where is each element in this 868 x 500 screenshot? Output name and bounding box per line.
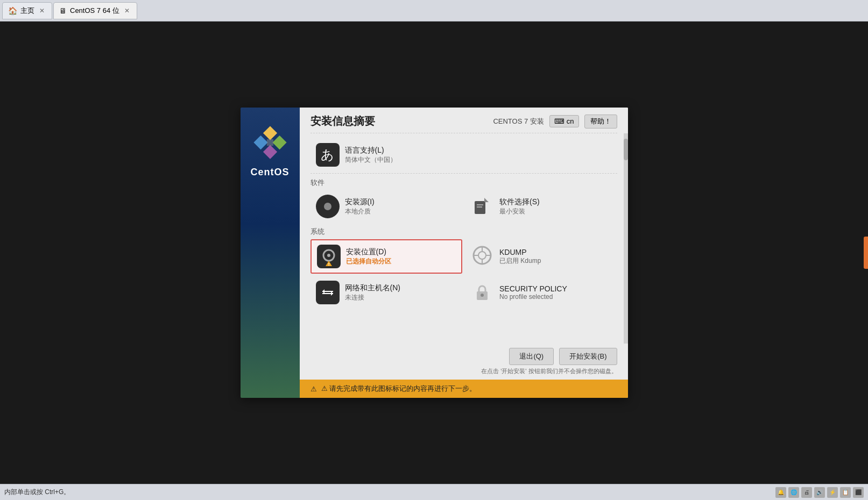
scrollbar-thumb[interactable]	[624, 139, 628, 160]
item-software-selection[interactable]: 软件选择(S) 最小安装	[465, 190, 617, 223]
install-dest-title: 安装位置(D)	[346, 247, 456, 257]
svg-text:!: !	[328, 262, 329, 267]
software-grid: 安装源(I) 本地介质	[310, 190, 617, 223]
taskbar-top: 🏠 主页 ✕ 🖥 CentOS 7 64 位 ✕	[0, 0, 868, 22]
tab-home-label: 主页	[20, 6, 34, 16]
item-install-dest[interactable]: ! 安装位置(D) 已选择自动分区	[310, 239, 463, 274]
lang-value: cn	[567, 117, 574, 125]
tab-home[interactable]: 🏠 主页 ✕	[2, 2, 52, 19]
svg-rect-8	[477, 206, 482, 208]
bottom-icon-7: ⬛	[853, 487, 864, 498]
language-title: 语言支持(L)	[345, 146, 612, 155]
svg-rect-4	[266, 139, 273, 146]
bottom-icon-1: 🔔	[775, 487, 786, 498]
software-selection-subtitle: 最小安装	[499, 207, 612, 216]
svg-rect-20	[319, 283, 337, 302]
svg-marker-6	[484, 198, 489, 202]
tab-centos[interactable]: 🖥 CentOS 7 64 位 ✕	[53, 2, 137, 19]
quit-button[interactable]: 退出(Q)	[509, 348, 554, 365]
centos-install-label: CENTOS 7 安装	[493, 117, 544, 126]
svg-marker-3	[253, 135, 267, 149]
bottom-icons: 🔔 🌐 🖨 🔊 ⚡ 📋 ⬛	[775, 487, 864, 498]
security-title: SECURITY POLICY	[499, 284, 612, 293]
centos-brand-text: CentOS	[250, 167, 289, 178]
item-install-source[interactable]: 安装源(I) 本地介质	[310, 190, 463, 223]
item-kdump[interactable]: KDUMP 已启用 Kdump	[465, 239, 617, 274]
cd-icon-shape	[316, 195, 340, 218]
bottom-icon-2: 🌐	[788, 487, 799, 498]
installer-bottom: 退出(Q) 开始安装(B) 在点击 '开始安装' 按钮前我们并不会操作您的磁盘。	[300, 344, 628, 380]
header-right: CENTOS 7 安装 ⌨ cn 帮助！	[493, 115, 617, 128]
scrollbar[interactable]	[624, 133, 628, 344]
localization-section: あ 语言支持(L) 简体中文（中国）	[310, 139, 617, 171]
software-label: 软件	[310, 178, 617, 188]
installer-header: 安装信息摘要 CENTOS 7 安装 ⌨ cn 帮助！	[300, 108, 628, 133]
keyboard-icon: ⌨	[554, 117, 564, 125]
security-icon	[470, 281, 494, 304]
help-button[interactable]: 帮助！	[584, 115, 617, 128]
centos-logo-icon	[251, 124, 289, 161]
install-button[interactable]: 开始安装(B)	[559, 348, 617, 365]
svg-point-15	[478, 252, 486, 259]
bottom-icon-6: 📋	[840, 487, 851, 498]
security-text: SECURITY POLICY No profile selected	[499, 284, 612, 301]
disk-icon-shape: !	[317, 245, 341, 268]
bottom-status-text: 内部单击或按 Ctrl+G。	[4, 488, 70, 497]
kdump-subtitle: 已启用 Kdump	[499, 256, 612, 266]
install-source-icon	[316, 195, 340, 218]
main-area: CentOS 安装信息摘要 CENTOS 7 安装 ⌨ cn 帮助！	[0, 22, 868, 484]
network-subtitle: 未连接	[345, 293, 457, 302]
language-text: 语言支持(L) 简体中文（中国）	[345, 146, 612, 165]
language-subtitle: 简体中文（中国）	[345, 155, 612, 165]
install-source-text: 安装源(I) 本地介质	[345, 197, 457, 216]
network-icon-shape	[316, 281, 340, 304]
item-security[interactable]: SECURITY POLICY No profile selected	[465, 276, 617, 309]
tab-centos-close[interactable]: ✕	[123, 6, 131, 15]
installer-window: CentOS 安装信息摘要 CENTOS 7 安装 ⌨ cn 帮助！	[241, 108, 628, 398]
warning-bar: ⚠ ⚠ 请先完成带有此图标标记的内容再进行下一步。	[300, 380, 628, 398]
tab-home-close[interactable]: ✕	[38, 6, 46, 15]
network-icon	[316, 281, 340, 304]
install-dest-icon: !	[317, 245, 341, 268]
system-label: 系统	[310, 227, 617, 237]
sidebar: CentOS	[241, 108, 300, 398]
warning-icon: ⚠	[310, 385, 317, 393]
kdump-icon	[470, 245, 494, 268]
action-buttons: 退出(Q) 开始安装(B)	[310, 348, 617, 365]
language-icon-shape: あ	[316, 143, 340, 167]
item-language[interactable]: あ 语言支持(L) 简体中文（中国）	[310, 139, 617, 171]
bottom-icon-4: 🔊	[814, 487, 825, 498]
svg-point-26	[481, 294, 484, 297]
svg-point-11	[327, 254, 330, 257]
kdump-title: KDUMP	[499, 248, 612, 256]
installer-main: 安装信息摘要 CENTOS 7 安装 ⌨ cn 帮助！ あ	[300, 108, 628, 398]
lock-icon-shape	[470, 281, 494, 304]
network-text: 网络和主机名(N) 未连接	[345, 283, 457, 302]
edge-tab	[864, 237, 868, 269]
svg-rect-7	[477, 204, 483, 205]
svg-marker-2	[263, 145, 277, 159]
install-source-title: 安装源(I)	[345, 197, 457, 207]
bottom-icon-5: ⚡	[827, 487, 838, 498]
kdump-text: KDUMP 已启用 Kdump	[499, 248, 612, 266]
install-note: 在点击 '开始安装' 按钮前我们并不会操作您的磁盘。	[310, 367, 617, 375]
language-icon: あ	[316, 143, 340, 167]
kdump-icon-shape	[471, 245, 493, 268]
centos-tab-icon: 🖥	[59, 6, 67, 15]
package-icon-shape	[470, 195, 494, 218]
network-title: 网络和主机名(N)	[345, 283, 457, 293]
install-dest-text: 安装位置(D) 已选择自动分区	[346, 247, 456, 266]
language-button[interactable]: ⌨ cn	[549, 115, 579, 127]
installer-title: 安装信息摘要	[310, 114, 375, 128]
system-grid: ! 安装位置(D) 已选择自动分区	[310, 239, 617, 309]
software-selection-title: 软件选择(S)	[499, 197, 612, 207]
svg-marker-1	[272, 135, 286, 149]
tab-centos-label: CentOS 7 64 位	[70, 6, 119, 16]
bottom-icon-3: 🖨	[801, 487, 812, 498]
security-subtitle: No profile selected	[499, 293, 612, 301]
sections-container: あ 语言支持(L) 简体中文（中国） 软件	[300, 133, 628, 344]
item-network[interactable]: 网络和主机名(N) 未连接	[310, 276, 463, 309]
software-selection-text: 软件选择(S) 最小安装	[499, 197, 612, 216]
taskbar-bottom: 内部单击或按 Ctrl+G。 🔔 🌐 🖨 🔊 ⚡ 📋 ⬛	[0, 484, 868, 500]
svg-marker-0	[263, 126, 277, 140]
